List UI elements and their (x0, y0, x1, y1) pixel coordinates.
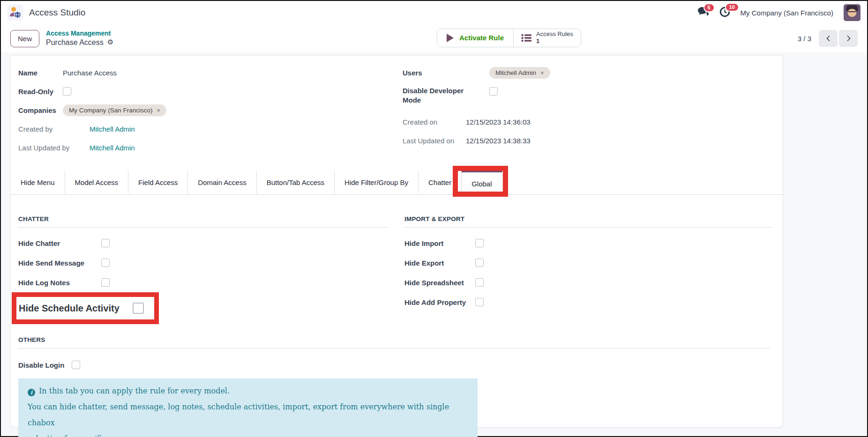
hide-export-row: Hide Export (404, 259, 771, 267)
hide-send-message-checkbox[interactable] (101, 259, 110, 267)
disable-login-row: Disable Login (18, 361, 771, 369)
readonly-checkbox[interactable] (63, 87, 71, 96)
hide-spreadsheet-row: Hide Spreadsheet (404, 278, 771, 287)
field-row-updated-on: Last Updated on 12/15/2023 14:38:33 (403, 132, 771, 150)
hide-chatter-checkbox[interactable] (101, 239, 110, 247)
info-line-3: selection for specific user. (28, 431, 468, 437)
info-alert: iIn this tab you can apply the rule for … (18, 378, 478, 437)
updated-by-link[interactable]: Mitchell Admin (90, 144, 135, 152)
readonly-label: Read-Only (18, 88, 63, 96)
pager-count: 3 / 3 (798, 35, 811, 43)
chatter-section: CHATTER Hide Chatter Hide Send Message H… (18, 215, 388, 324)
updated-on-label: Last Updated on (403, 137, 466, 145)
field-row-readonly: Read-Only (18, 82, 346, 101)
import-export-section: IMPORT & EXPORT Hide Import Hide Export … (404, 215, 771, 324)
import-export-section-title: IMPORT & EXPORT (404, 215, 771, 222)
breadcrumb: Access Management Purchase Access ⚙ (46, 30, 113, 47)
hide-log-notes-row: Hide Log Notes (18, 278, 388, 287)
hide-add-property-row: Hide Add Property (404, 298, 771, 306)
tab-hide-menu[interactable]: Hide Menu (11, 171, 65, 193)
disable-dev-label: Disable Developer Mode (403, 86, 478, 105)
hide-add-property-checkbox[interactable] (475, 298, 484, 306)
hide-schedule-activity-label: Hide Schedule Activity (19, 303, 120, 314)
notebook-tabs: Hide Menu Model Access Field Access Doma… (11, 171, 783, 195)
control-panel: New Access Management Purchase Access ⚙ … (1, 24, 867, 52)
activities-badge: 10 (725, 3, 739, 12)
app-window: Access Studio 5 10 (0, 0, 868, 437)
breadcrumb-current: Purchase Access (46, 38, 104, 47)
activities-menu[interactable]: 10 (719, 7, 730, 19)
created-by-link[interactable]: Mitchell Admin (90, 125, 135, 133)
tab-chatter[interactable]: Chatter (419, 171, 462, 193)
hide-spreadsheet-checkbox[interactable] (475, 278, 484, 287)
tab-field-access[interactable]: Field Access (128, 171, 188, 193)
created-by-label: Created by (18, 125, 71, 133)
tab-global[interactable]: Global (462, 171, 502, 195)
user-avatar[interactable] (844, 4, 861, 21)
hide-log-notes-checkbox[interactable] (101, 278, 110, 287)
hide-schedule-activity-checkbox[interactable] (133, 303, 144, 314)
hide-chatter-row: Hide Chatter (18, 239, 388, 247)
field-row-name: Name Purchase Access (18, 63, 346, 82)
top-nav: Access Studio 5 10 (1, 1, 867, 24)
list-icon (521, 34, 531, 42)
info-line-1: In this tab you can apply the rule for e… (39, 386, 230, 395)
hide-import-row: Hide Import (404, 239, 771, 247)
play-icon (447, 34, 454, 42)
updated-by-label: Last Updated by (18, 144, 71, 152)
field-row-created-by: Created by Mitchell Admin (18, 119, 346, 138)
messages-badge: 5 (703, 3, 715, 12)
tab-hide-filter-group-by[interactable]: Hide Filter/Group By (335, 171, 419, 193)
breadcrumb-parent-link[interactable]: Access Management (46, 30, 113, 38)
action-button-group: Activate Rule Access Rules 1 (437, 29, 581, 47)
tab-domain-access[interactable]: Domain Access (188, 171, 256, 193)
chatter-section-title: CHATTER (18, 215, 388, 222)
others-section-title: OTHERS (18, 336, 771, 343)
field-row-companies: Companies My Company (San Francisco) × (18, 101, 346, 119)
record-fields: Name Purchase Access Read-Only Companies… (18, 56, 771, 157)
form-sheet: Name Purchase Access Read-Only Companies… (10, 55, 783, 428)
new-button[interactable]: New (10, 30, 39, 47)
info-icon: i (28, 389, 35, 396)
remove-tag-icon[interactable]: × (540, 69, 544, 76)
company-tag: My Company (San Francisco) × (63, 104, 166, 116)
field-row-updated-by: Last Updated by Mitchell Admin (18, 138, 346, 157)
users-label: Users (403, 69, 489, 77)
access-rules-stat-button[interactable]: Access Rules 1 (514, 29, 581, 47)
others-section: OTHERS Disable Login (18, 336, 771, 369)
hide-export-checkbox[interactable] (475, 259, 484, 267)
gear-icon[interactable]: ⚙ (107, 38, 113, 47)
company-switcher[interactable]: My Company (San Francisco) (741, 9, 833, 17)
field-row-disable-dev: Disable Developer Mode (403, 82, 771, 105)
field-row-created-on: Created on 12/15/2023 14:36:03 (403, 113, 771, 132)
pager: 3 / 3 (798, 30, 858, 47)
annotation-highlight-hide-schedule-activity: Hide Schedule Activity (12, 292, 159, 324)
updated-on-value: 12/15/2023 14:38:33 (466, 137, 531, 145)
created-on-value: 12/15/2023 14:36:03 (466, 118, 531, 126)
info-line-2: You can hide chatter, send message, log … (28, 399, 468, 431)
tab-button-tab-access[interactable]: Button/Tab Access (257, 171, 335, 193)
activate-rule-button[interactable]: Activate Rule (437, 29, 514, 47)
app-title[interactable]: Access Studio (29, 7, 85, 18)
hide-import-checkbox[interactable] (475, 239, 484, 247)
global-tab-content: CHATTER Hide Chatter Hide Send Message H… (18, 195, 771, 437)
name-label: Name (18, 69, 63, 77)
hide-send-message-row: Hide Send Message (18, 259, 388, 267)
user-tag: Mitchell Admin × (489, 67, 550, 79)
pager-next-button[interactable] (839, 30, 858, 47)
disable-dev-checkbox[interactable] (489, 87, 498, 96)
field-row-users: Users Mitchell Admin × (403, 63, 771, 82)
name-value[interactable]: Purchase Access (63, 69, 117, 77)
access-studio-app-icon[interactable] (7, 5, 23, 21)
messages-menu[interactable]: 5 (698, 7, 709, 19)
disable-login-checkbox[interactable] (72, 361, 80, 369)
tab-model-access[interactable]: Model Access (65, 171, 129, 193)
companies-label: Companies (18, 106, 63, 114)
created-on-label: Created on (403, 118, 466, 126)
pager-previous-button[interactable] (819, 30, 838, 47)
remove-tag-icon[interactable]: × (157, 107, 161, 114)
